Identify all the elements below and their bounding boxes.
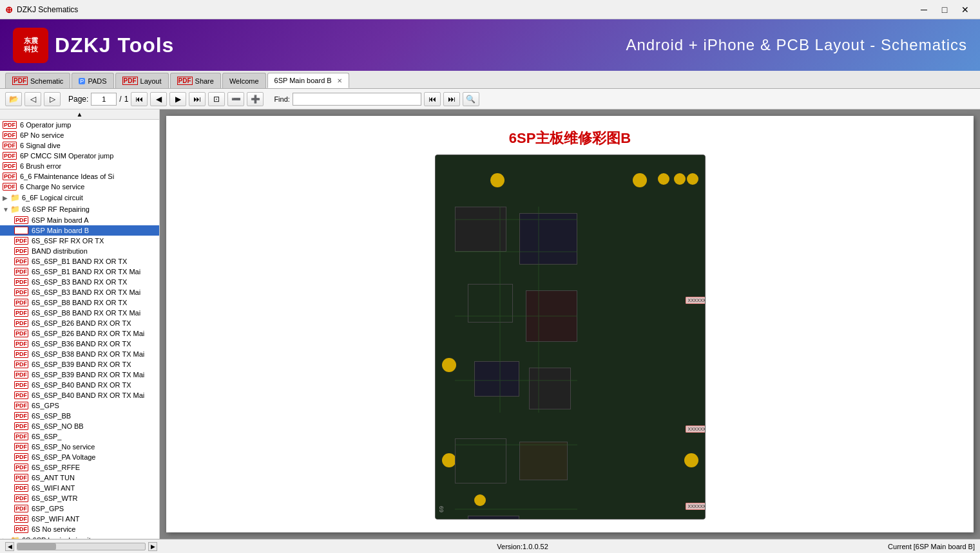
item-label-27: 6S_GPS	[32, 402, 59, 409]
item-label-32: 6S_6SP_PA Voltage	[32, 453, 96, 461]
find-prev-button[interactable]: ⏮	[424, 92, 441, 106]
sidebar-item-33[interactable]: PDF6S_6SP_RFFE	[0, 462, 159, 473]
item-label-40: 6S 6SP Logical circuit	[22, 536, 91, 539]
sidebar-item-25[interactable]: PDF6S_6SP_B40 BAND RX OR TX	[0, 380, 159, 390]
sidebar-item-5[interactable]: PDF6_6 FMaintenance Ideas of Si	[0, 171, 159, 182]
sidebar-item-13[interactable]: PDF6S_6SP_B1 BAND RX OR TX	[0, 256, 159, 267]
sidebar-item-12[interactable]: PDFBAND distribution	[0, 246, 159, 256]
find-next-button[interactable]: ⏭	[443, 92, 460, 106]
sidebar-item-16[interactable]: PDF6S_6SP_B3 BAND RX OR TX Mai	[0, 287, 159, 297]
open-button[interactable]: 📂	[5, 92, 22, 106]
item-label-35: 6S_WIFI ANT	[32, 484, 75, 492]
app-name: DZKJ Tools	[55, 33, 174, 57]
sidebar-item-26[interactable]: PDF6S_6SP_B40 BAND RX OR TX Mai	[0, 390, 159, 400]
item-label-30: 6S_6SP_	[32, 433, 61, 440]
sidebar-item-1[interactable]: PDF6P No service	[0, 130, 159, 140]
sidebar-item-9[interactable]: PDF6SP Main board A	[0, 215, 159, 225]
sidebar-item-8[interactable]: ▼📁6S 6SP RF Repairing	[0, 203, 159, 215]
horizontal-scrollbar[interactable]	[17, 543, 146, 550]
label-11: XXXXXXX XXX XXXXXXXXX XXXXXXXX	[686, 426, 705, 433]
sidebar-item-21[interactable]: PDF6S_6SP_B36 BAND RX OR TX	[0, 339, 159, 349]
pdf-icon-2: PDF	[3, 142, 17, 149]
scroll-left-button[interactable]: ◀	[5, 542, 14, 551]
folder-icon-8: 📁	[10, 205, 21, 214]
sidebar-item-3[interactable]: PDF6P CMCC SIM Operator jump	[0, 151, 159, 161]
tab-close-icon[interactable]: ✕	[337, 77, 342, 84]
sidebar-item-18[interactable]: PDF6S_6SP_B8 BAND RX OR TX Mai	[0, 308, 159, 318]
page-number-input[interactable]	[91, 93, 117, 106]
item-label-18: 6S_6SP_B8 BAND RX OR TX Mai	[32, 309, 140, 317]
sidebar-item-19[interactable]: PDF6S_6SP_B26 BAND RX OR TX	[0, 318, 159, 328]
gold-pad-tr3	[658, 173, 669, 185]
tab-schematic[interactable]: PDF Schematic	[5, 73, 70, 88]
sidebar-item-4[interactable]: PDF6 Brush error	[0, 161, 159, 171]
item-label-13: 6S_6SP_B1 BAND RX OR TX	[32, 258, 127, 265]
zoom-fit-button[interactable]: ⊡	[208, 92, 225, 106]
content-area[interactable]: 6SP主板维修彩图B	[160, 109, 980, 539]
title-bar: ⊕ DZKJ Schematics ─ □ ✕	[0, 0, 980, 19]
tab-share[interactable]: PDF Share	[170, 73, 221, 88]
sidebar-item-24[interactable]: PDF6S_6SP_B39 BAND RX OR TX Mai	[0, 370, 159, 380]
sidebar-item-34[interactable]: PDF6S_ANT TUN	[0, 473, 159, 483]
sidebar-item-22[interactable]: PDF6S_6SP_B38 BAND RX OR TX Mai	[0, 349, 159, 359]
sidebar-item-36[interactable]: PDF6S_6SP_WTR	[0, 493, 159, 503]
sidebar-item-20[interactable]: PDF6S_6SP_B26 BAND RX OR TX Mai	[0, 328, 159, 339]
scroll-right-button[interactable]: ▶	[148, 542, 157, 551]
gold-pad-tr2	[674, 173, 686, 185]
gold-pad-b1	[474, 494, 486, 506]
sidebar-item-39[interactable]: PDF6S No service	[0, 524, 159, 534]
sidebar-item-32[interactable]: PDF6S_6SP_PA Voltage	[0, 452, 159, 462]
sidebar-item-15[interactable]: PDF6S_6SP_B3 BAND RX OR TX	[0, 277, 159, 287]
sidebar-item-17[interactable]: PDF6S_6SP_B8 BAND RX OR TX	[0, 297, 159, 308]
forward-button[interactable]: ▷	[44, 92, 61, 106]
tab-layout[interactable]: PDF Layout	[115, 73, 169, 88]
sidebar-item-37[interactable]: PDF6SP_GPS	[0, 503, 159, 514]
pdf-icon-6: PDF	[3, 183, 17, 191]
active-tab-label: 6SP Main board B	[274, 77, 332, 84]
gold-pad-bl	[442, 453, 456, 467]
tab-6sp-main-board-b[interactable]: 6SP Main board B ✕	[267, 73, 349, 88]
sidebar-item-38[interactable]: PDF6SP_WIFI ANT	[0, 514, 159, 524]
sidebar-item-23[interactable]: PDF6S_6SP_B39 BAND RX OR TX	[0, 359, 159, 370]
minimize-button[interactable]: ─	[914, 3, 934, 16]
sidebar-item-31[interactable]: PDF6S_6SP_No service	[0, 442, 159, 452]
item-label-14: 6S_6SP_B1 BAND RX OR TX Mai	[32, 268, 140, 276]
sidebar-item-29[interactable]: PDF6S_6SP_NO BB	[0, 421, 159, 431]
item-label-11: 6S_6SF RF RX OR TX	[32, 237, 104, 245]
item-label-31: 6S_6SP_No service	[32, 443, 95, 451]
last-page-button[interactable]: ⏭	[189, 92, 206, 106]
pdf-icon-18: PDF	[14, 309, 28, 317]
pdf-icon-17: PDF	[14, 299, 28, 306]
sidebar-item-28[interactable]: PDF6S_6SP_BB	[0, 411, 159, 421]
maximize-button[interactable]: □	[935, 3, 954, 16]
sidebar-item-27[interactable]: PDF6S_GPS	[0, 400, 159, 411]
find-input[interactable]	[293, 93, 421, 106]
next-page-button[interactable]: ▶	[169, 92, 186, 106]
zoom-out-button[interactable]: ➖	[227, 92, 244, 106]
zoom-in-button[interactable]: ➕	[247, 92, 264, 106]
sidebar-scroll-up[interactable]: ▲	[0, 109, 159, 120]
pdf-icon-32: PDF	[14, 453, 28, 461]
sidebar-item-10[interactable]: PDF6SP Main board B	[0, 225, 159, 236]
tab-pads[interactable]: P PADS	[72, 73, 113, 88]
back-button[interactable]: ◁	[24, 92, 41, 106]
pdf-icon-34: PDF	[14, 474, 28, 482]
tab-welcome[interactable]: Welcome	[222, 73, 266, 88]
find-options-button[interactable]: 🔍	[463, 92, 479, 106]
sidebar-item-2[interactable]: PDF6 Signal dive	[0, 140, 159, 151]
tab-bar: PDF Schematic P PADS PDF Layout PDF Shar…	[0, 71, 980, 89]
page-total: 1	[124, 95, 129, 104]
sidebar-item-40[interactable]: ▶📁6S 6SP Logical circuit	[0, 534, 159, 539]
sidebar-item-0[interactable]: PDF6 Operator jump	[0, 120, 159, 130]
sidebar-item-14[interactable]: PDF6S_6SP_B1 BAND RX OR TX Mai	[0, 267, 159, 277]
sidebar-item-11[interactable]: PDF6S_6SF RF RX OR TX	[0, 236, 159, 246]
sidebar-item-35[interactable]: PDF6S_WIFI ANT	[0, 483, 159, 493]
first-page-button[interactable]: ⏮	[131, 92, 148, 106]
pdf-icon-29: PDF	[14, 422, 28, 430]
close-button[interactable]: ✕	[956, 3, 975, 16]
pdf-icon-37: PDF	[14, 505, 28, 512]
sidebar-item-30[interactable]: PDF6S_6SP_	[0, 431, 159, 442]
sidebar-item-7[interactable]: ▶📁6_6F Logical circuit	[0, 192, 159, 203]
prev-page-button[interactable]: ◀	[150, 92, 167, 106]
sidebar-item-6[interactable]: PDF6 Charge No service	[0, 182, 159, 192]
